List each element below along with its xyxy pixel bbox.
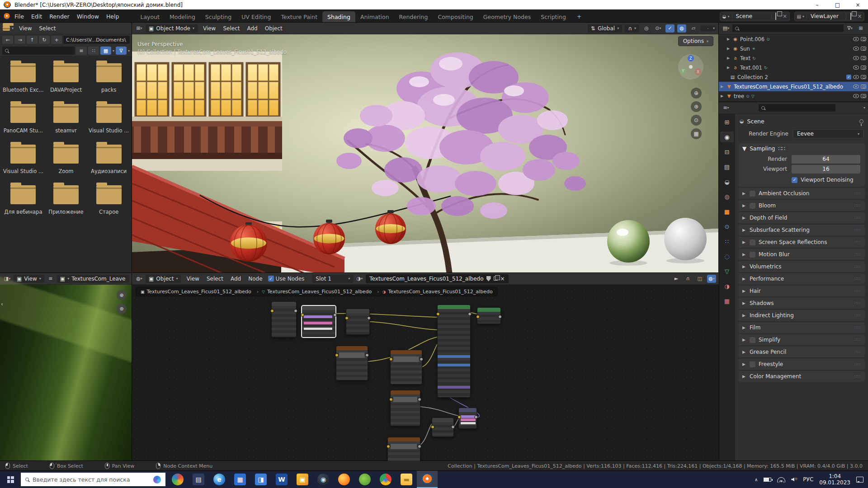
axis-y-handle[interactable]: Y (680, 68, 686, 74)
expand-arrow-icon[interactable]: ▶ (726, 47, 731, 51)
folder-item[interactable]: Zoom (45, 145, 88, 174)
panel-grip-icon[interactable]: ∷∷ (855, 216, 861, 220)
taskbar-app-firefox[interactable] (334, 471, 354, 488)
pin-icon[interactable] (510, 275, 519, 283)
node-vector-selected[interactable] (302, 305, 336, 338)
outliner-filter-icon[interactable]: ∇▾ (845, 24, 854, 33)
disable-in-render-icon[interactable] (861, 75, 866, 79)
section-enable-checkbox[interactable] (750, 337, 755, 343)
viewport-denoising-checkbox[interactable] (792, 177, 797, 183)
new-collection-button[interactable]: ⊞ (856, 24, 865, 33)
node-canvas[interactable]: ▣ TexturesCom_Leaves_Ficus01_512_albedo … (132, 285, 719, 461)
back-button[interactable]: ← (2, 36, 13, 44)
taskbar-app-edge[interactable]: e (209, 471, 230, 488)
topbar-menu-item[interactable]: Help (103, 11, 123, 22)
tab-texture[interactable]: ▦ (720, 296, 734, 306)
slot-selector[interactable]: Slot 1▾ (312, 275, 353, 283)
outliner-row[interactable]: ▶ ▤ Collection 2 ✓ (719, 72, 868, 82)
panel-grip-icon[interactable]: ∷∷ (855, 191, 861, 196)
expand-arrow-icon[interactable]: ▶ (720, 94, 724, 98)
editor-type-properties-icon[interactable]: ≡▾ (722, 104, 731, 112)
topbar-menu-item[interactable]: Window (73, 11, 103, 22)
folder-item[interactable]: Аудиозаписи (87, 145, 130, 174)
viewport-menu-item[interactable]: View (199, 23, 219, 33)
battery-icon[interactable] (764, 478, 771, 482)
volume-icon[interactable]: ⁾⁾ (791, 477, 797, 482)
property-section-header[interactable]: ▶ Bloom ∷∷ (738, 200, 865, 211)
view-layer-selector[interactable]: ▤▾ ViewLayer × (794, 12, 864, 21)
property-section-header[interactable]: ▶ Indirect Lighting ∷∷ (738, 310, 865, 321)
property-section-header[interactable]: ▶ Shadows ∷∷ (738, 298, 865, 309)
section-enable-checkbox[interactable] (750, 239, 755, 245)
outliner-search-input[interactable] (732, 24, 844, 32)
shader-overlays-icon[interactable]: ◍▾ (707, 275, 716, 283)
display-thumbnails-button[interactable]: ▦ (100, 47, 111, 55)
collection-checkbox[interactable]: ✓ (846, 75, 851, 80)
node-header[interactable] (391, 350, 422, 354)
rendered-shading-button[interactable] (710, 28, 711, 29)
node-header[interactable] (477, 308, 500, 312)
shader-menu-item[interactable]: Select (203, 274, 227, 284)
expand-arrow-icon[interactable]: ▶ (720, 84, 724, 89)
panel-grip-icon[interactable]: ∷∷ (855, 325, 861, 330)
minimize-button[interactable]: – (807, 0, 827, 10)
panel-grip-icon[interactable]: ∷∷ (855, 228, 861, 232)
wireframe-shading-button[interactable] (702, 28, 703, 29)
node-image-texture-1[interactable] (336, 346, 368, 380)
taskbar-app-word[interactable]: W (271, 471, 292, 488)
workspace-tab[interactable]: Texture Paint (276, 11, 322, 23)
folder-item[interactable]: DAVAProject (45, 63, 88, 93)
outliner-row[interactable]: ▶ ◉ Point.006 ⊙ ✓ (719, 34, 868, 44)
outliner-row[interactable]: ▶ ◉ Sun ☀ ✓ (719, 44, 868, 53)
overlays-toggle-button[interactable]: ◍ (677, 24, 686, 33)
axis-z-handle[interactable]: Z (688, 55, 694, 61)
new-folder-button[interactable]: + (51, 36, 62, 44)
taskbar-app-pinwheel[interactable] (167, 471, 188, 488)
start-button[interactable] (0, 471, 21, 488)
folder-item[interactable]: Для вебинара (2, 185, 45, 215)
shader-type-selector[interactable]: ▣Object▾ (146, 275, 181, 283)
xray-toggle-button[interactable]: ▱ (689, 24, 698, 33)
display-settings-chevron[interactable]: ▾ (113, 49, 114, 53)
node-header[interactable] (272, 302, 296, 306)
node-image-texture-4[interactable] (387, 437, 420, 461)
tab-particles[interactable]: ∷ (720, 236, 734, 247)
close-button[interactable]: × (848, 0, 868, 10)
up-button[interactable]: ↑ (27, 36, 38, 44)
viewport-menu-item[interactable]: Select (219, 23, 243, 33)
node-header[interactable] (388, 437, 420, 441)
zoom-icon[interactable]: ⊕ (117, 290, 127, 300)
hide-in-viewport-icon[interactable] (853, 47, 859, 51)
property-section-header[interactable]: ▶ Volumetrics ∷∷ (738, 261, 865, 272)
property-section-header[interactable]: ▶ Hair ∷∷ (738, 286, 865, 296)
viewport-menu-item[interactable]: Object (261, 23, 286, 33)
fake-user-shield-icon[interactable] (486, 276, 491, 282)
shading-options-chevron[interactable]: ▾ (713, 26, 715, 30)
grid-ortho-icon[interactable]: ▦ (691, 128, 702, 139)
workspace-tab[interactable]: Shading (322, 11, 355, 23)
disable-in-render-icon[interactable] (861, 94, 866, 98)
axis-x-handle[interactable]: X (695, 69, 701, 75)
node-header[interactable] (459, 408, 476, 412)
viewport-canvas[interactable]: User Perspective (0) Collection | Textur… (132, 34, 719, 273)
folder-item[interactable]: Приложение (45, 185, 88, 215)
folder-item[interactable]: Visual Studio ... (2, 145, 45, 174)
shader-menu-item[interactable]: Node (245, 274, 266, 284)
expand-arrow-icon[interactable]: ▶ (726, 66, 731, 70)
transform-orientation-selector[interactable]: ⇅Global▾ (588, 24, 622, 33)
taskbar-app-blender[interactable] (417, 471, 438, 488)
notification-center-icon[interactable] (856, 477, 863, 483)
breadcrumb-item[interactable]: ▣ TexturesCom_Leaves_Ficus01_512_albedo (141, 289, 259, 295)
tab-physics[interactable]: ◌ (720, 251, 734, 262)
material-name-field[interactable]: TexturesCom_Leaves_Ficus01_512_albedo × (366, 274, 508, 283)
breadcrumb-item[interactable]: ▽ TexturesCom_Leaves_Ficus01_512_albedo (262, 289, 379, 295)
tab-material[interactable]: ◑ (720, 281, 734, 291)
workspace-tab[interactable]: Compositing (433, 11, 478, 23)
tray-expand-chevron-icon[interactable]: ∧ (755, 477, 758, 482)
zoom-icon[interactable]: ⊕ (691, 88, 702, 99)
editor-type-3d-viewport-icon[interactable]: ⊞▾ (135, 24, 144, 33)
proportional-editing-button[interactable]: ◎ (642, 24, 651, 33)
taskbar-app-steam[interactable]: ◉ (313, 471, 334, 488)
properties-search-input[interactable] (759, 104, 835, 112)
workspace-tab[interactable]: Scripting (536, 11, 571, 23)
